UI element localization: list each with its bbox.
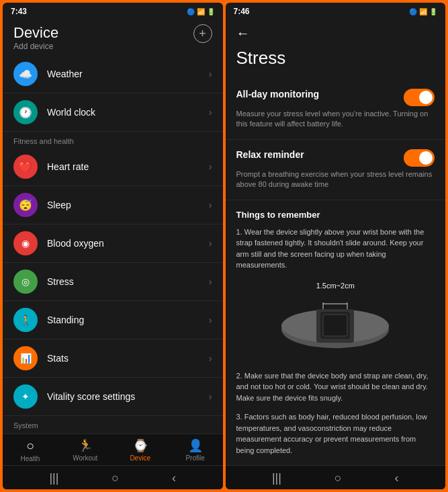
stress-title: Stress: [226, 45, 446, 79]
health-nav-icon: ○: [26, 438, 34, 454]
heart-rate-label: Heart rate: [47, 161, 209, 172]
sleep-icon-circle: 😴: [13, 193, 38, 217]
chevron-icon: ›: [209, 391, 212, 402]
recents-button-right[interactable]: |||: [265, 470, 288, 487]
back-button-right[interactable]: ←: [226, 19, 446, 45]
add-device-button[interactable]: +: [193, 24, 212, 43]
blood-oxygen-label: Blood oxygen: [47, 238, 209, 249]
page-subtitle: Add device: [13, 42, 58, 51]
all-day-monitoring-name: All-day monitoring: [236, 89, 404, 99]
nav-device[interactable]: ⌚ Device: [113, 438, 168, 462]
profile-nav-label: Profile: [185, 454, 204, 462]
all-day-monitoring-row: All-day monitoring Measure your stress l…: [226, 79, 446, 140]
things-text-3: 3. Factors such as body hair, reduced bl…: [236, 411, 435, 456]
time-left: 7:43: [11, 7, 27, 16]
workout-nav-label: Workout: [73, 454, 97, 462]
relax-reminder-name: Relax reminder: [236, 149, 404, 160]
vitality-icon-circle: ✦: [13, 384, 38, 409]
menu-item-standing[interactable]: 🚶 Standing ›: [3, 301, 223, 339]
system-nav-right: ||| ○ ‹: [226, 465, 446, 489]
bottom-nav: ○ Health 🏃 Workout ⌚ Device 👤 Profile: [3, 434, 223, 465]
screen-container: 7:43 🔵 📶 🔋 Device Add device + ☁️ Weathe…: [0, 0, 448, 492]
device-nav-label: Device: [130, 454, 150, 462]
things-text-2: 2. Make sure that the device body and st…: [236, 370, 435, 404]
vitality-icon: ✦: [21, 391, 30, 402]
fitness-section-label: Fitness and health: [3, 132, 223, 148]
measurement-label: 1.5cm~2cm: [316, 282, 355, 290]
back-button[interactable]: ‹: [165, 470, 183, 487]
signal-icon: 📶: [197, 8, 205, 15]
chevron-icon: ›: [209, 200, 212, 210]
heart-rate-icon-circle: ❤️: [13, 155, 38, 179]
menu-item-heart-rate[interactable]: ❤️ Heart rate ›: [3, 148, 223, 186]
things-text-1: 1. Wear the device slightly above your w…: [236, 227, 435, 271]
stats-icon-circle: 📊: [13, 346, 38, 370]
menu-item-vitality[interactable]: ✦ Vitality score settings ›: [3, 378, 223, 416]
sleep-icon: 😴: [19, 199, 32, 212]
chevron-icon: ›: [209, 69, 212, 79]
vitality-label: Vitality score settings: [47, 391, 209, 402]
battery-icon-right: 🔋: [429, 8, 437, 15]
menu-item-world-clock[interactable]: 🕐 World clock ›: [3, 93, 223, 132]
stats-icon: 📊: [20, 353, 32, 364]
battery-icon: 🔋: [207, 8, 215, 15]
relax-reminder-toggle[interactable]: [404, 149, 435, 167]
stress-label: Stress: [47, 276, 209, 287]
right-content: ← Stress All-day monitoring Measure your…: [226, 19, 446, 465]
all-day-monitoring-desc: Measure your stress level when you're in…: [236, 109, 435, 130]
nav-profile[interactable]: 👤 Profile: [168, 438, 223, 462]
page-header: Device Add device +: [3, 19, 223, 55]
world-clock-icon: 🕐: [19, 106, 32, 119]
relax-reminder-desc: Prompt a breathing exercise when your st…: [236, 169, 435, 190]
world-clock-label: World clock: [47, 107, 209, 118]
status-icons-right: 🔵 📶 🔋: [409, 8, 437, 15]
chevron-icon: ›: [209, 238, 212, 249]
standing-label: Standing: [47, 315, 209, 325]
device-nav-icon: ⌚: [133, 438, 148, 453]
home-button-right[interactable]: ○: [328, 470, 349, 487]
menu-item-stress[interactable]: ◎ Stress ›: [3, 263, 223, 301]
standing-icon: 🚶: [20, 315, 32, 325]
profile-nav-icon: 👤: [188, 438, 203, 453]
workout-nav-icon: 🏃: [78, 438, 93, 453]
page-title: Device: [13, 24, 58, 42]
system-nav-left: ||| ○ ‹: [3, 465, 223, 489]
menu-item-blood-oxygen[interactable]: ◉ Blood oxygen ›: [3, 224, 223, 263]
chevron-icon: ›: [209, 161, 212, 172]
world-clock-icon-circle: 🕐: [13, 100, 38, 124]
things-title: Things to remember: [236, 210, 435, 220]
bluetooth-icon-right: 🔵: [409, 8, 417, 15]
menu-item-weather[interactable]: ☁️ Weather ›: [3, 55, 223, 93]
health-nav-label: Health: [20, 455, 40, 462]
nav-workout[interactable]: 🏃 Workout: [58, 438, 113, 462]
signal-icon-right: 📶: [419, 8, 427, 15]
wrist-svg: [268, 286, 402, 353]
home-button[interactable]: ○: [105, 470, 126, 487]
menu-item-stats[interactable]: 📊 Stats ›: [3, 339, 223, 378]
menu-item-sleep[interactable]: 😴 Sleep ›: [3, 186, 223, 224]
things-to-remember: Things to remember 1. Wear the device sl…: [226, 200, 446, 465]
status-icons-left: 🔵 📶 🔋: [187, 8, 215, 15]
stress-icon: ◎: [21, 276, 30, 287]
time-right: 7:46: [234, 7, 250, 16]
all-day-monitoring-toggle[interactable]: [404, 89, 435, 106]
blood-oxygen-icon-circle: ◉: [13, 231, 38, 255]
bluetooth-icon: 🔵: [187, 8, 195, 15]
weather-label: Weather: [47, 69, 209, 79]
chevron-icon: ›: [209, 107, 212, 118]
chevron-icon: ›: [209, 353, 212, 364]
chevron-icon: ›: [209, 315, 212, 325]
back-button-sys-right[interactable]: ‹: [388, 470, 406, 487]
nav-health[interactable]: ○ Health: [3, 438, 58, 462]
recents-button[interactable]: |||: [42, 470, 65, 487]
weather-icon: ☁️: [19, 68, 32, 81]
wrist-illustration: 1.5cm~2cm: [247, 279, 424, 360]
stats-label: Stats: [47, 353, 209, 364]
left-panel: 7:43 🔵 📶 🔋 Device Add device + ☁️ Weathe…: [3, 3, 223, 489]
weather-icon-circle: ☁️: [13, 62, 38, 86]
stress-icon-circle: ◎: [13, 270, 38, 294]
relax-reminder-row: Relax reminder Prompt a breathing exerci…: [226, 140, 446, 200]
status-bar-right: 7:46 🔵 📶 🔋: [226, 3, 446, 19]
svg-rect-4: [323, 315, 347, 336]
standing-icon-circle: 🚶: [13, 308, 38, 332]
